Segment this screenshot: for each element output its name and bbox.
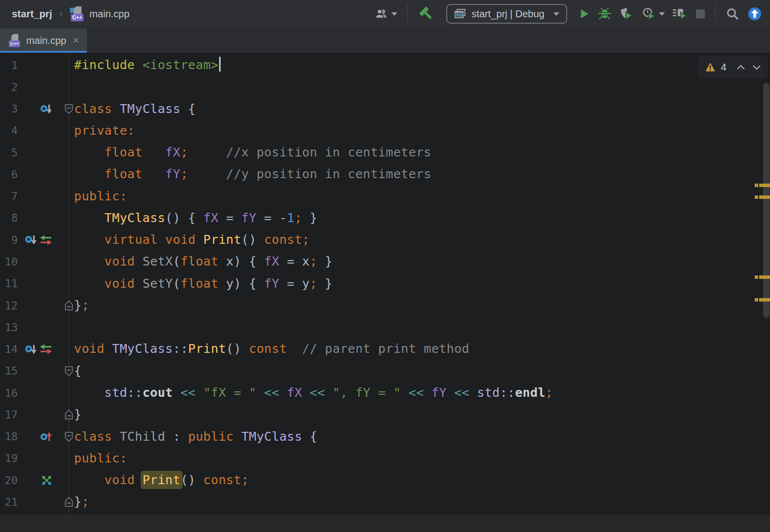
- code-line[interactable]: 10 void SetX(float x) { fX = x; }: [0, 251, 770, 272]
- code-line[interactable]: 8 TMyClass() { fX = fY = -1; }: [0, 207, 770, 229]
- line-number[interactable]: 3: [0, 103, 18, 115]
- line-number[interactable]: 15: [0, 365, 18, 377]
- code-text[interactable]: class TChild : public TMyClass {: [74, 426, 317, 448]
- code-line[interactable]: 6 float fY; //y position in centimeters: [0, 163, 770, 185]
- profiler-button[interactable]: [638, 4, 669, 24]
- code-line[interactable]: 9 virtual void Print() const;: [0, 229, 770, 251]
- overridden-method-icon[interactable]: [25, 344, 37, 355]
- code-line[interactable]: 20 void Print() const;: [0, 469, 770, 491]
- overriding-method-icon[interactable]: [40, 431, 52, 442]
- code-line[interactable]: 5 float fX; //x position in centimeters: [0, 142, 770, 163]
- search-everywhere-button[interactable]: [722, 4, 743, 24]
- line-number[interactable]: 9: [0, 234, 18, 246]
- users-button[interactable]: [371, 4, 401, 24]
- breadcrumb-project[interactable]: start_prj: [12, 8, 52, 20]
- line-number[interactable]: 11: [0, 277, 18, 290]
- next-warning-icon[interactable]: [752, 65, 761, 70]
- line-number[interactable]: 21: [0, 496, 18, 508]
- toolbar-separator: [715, 5, 716, 23]
- code-text[interactable]: public:: [74, 448, 127, 469]
- code-line[interactable]: 4private:: [0, 120, 770, 142]
- code-text[interactable]: {: [74, 360, 81, 382]
- inspections-widget[interactable]: 4: [698, 56, 768, 78]
- code-line[interactable]: 12};: [0, 295, 770, 316]
- line-number[interactable]: 20: [0, 474, 18, 487]
- code-line[interactable]: 3class TMyClass {: [0, 98, 770, 120]
- overridden-method-icon[interactable]: [40, 104, 52, 114]
- scrollbar-thumb[interactable]: [763, 83, 770, 318]
- code-line[interactable]: 2: [0, 76, 770, 98]
- code-line[interactable]: 21};: [0, 491, 770, 513]
- line-number[interactable]: 19: [0, 452, 18, 464]
- code-text[interactable]: };: [74, 491, 89, 513]
- code-line[interactable]: 11 void SetY(float y) { fY = y; }: [0, 273, 770, 295]
- code-line[interactable]: 14void TMyClass::Print() const // parent…: [0, 338, 770, 360]
- code-text[interactable]: void TMyClass::Print() const // parent p…: [74, 338, 469, 360]
- declaration-definition-nav-icon[interactable]: [39, 235, 52, 245]
- code-text[interactable]: void Print() const;: [74, 469, 249, 491]
- code-text[interactable]: void SetY(float y) { fY = y; }: [74, 273, 333, 295]
- code-text[interactable]: TMyClass() { fX = fY = -1; }: [74, 207, 317, 229]
- run-button[interactable]: [574, 4, 594, 24]
- fold-column: [54, 229, 74, 251]
- code-text[interactable]: void SetX(float x) { fX = x; }: [74, 251, 333, 272]
- override-navigate-cross-icon[interactable]: [41, 475, 52, 486]
- code-line[interactable]: 1#include <iostream>: [0, 54, 770, 76]
- warning-stripe-mark[interactable]: [759, 275, 770, 279]
- code-text[interactable]: class TMyClass {: [74, 98, 195, 120]
- line-number[interactable]: 1: [0, 59, 18, 72]
- fold-end-marker[interactable]: [65, 301, 73, 311]
- tab-main-cpp[interactable]: C++ main.cpp ×: [0, 28, 87, 53]
- code-line[interactable]: 19public:: [0, 448, 770, 469]
- fold-start-marker[interactable]: [65, 431, 73, 442]
- code-text[interactable]: private:: [74, 120, 135, 142]
- warning-stripe-mark[interactable]: [759, 298, 770, 302]
- code-line[interactable]: 17}: [0, 404, 770, 425]
- attach-to-process-button[interactable]: [669, 4, 692, 24]
- build-button[interactable]: [414, 4, 439, 24]
- warning-stripe-mark[interactable]: [759, 195, 770, 199]
- run-with-coverage-button[interactable]: [616, 4, 638, 24]
- code-text[interactable]: }: [74, 404, 81, 425]
- fold-end-marker[interactable]: [65, 497, 73, 507]
- code-editor[interactable]: 1#include <iostream>23class TMyClass {4p…: [0, 53, 770, 514]
- line-number[interactable]: 16: [0, 387, 18, 399]
- declaration-definition-nav-icon[interactable]: [39, 344, 52, 354]
- line-number[interactable]: 2: [0, 81, 18, 93]
- debug-button[interactable]: [594, 4, 616, 24]
- previous-warning-icon[interactable]: [736, 65, 745, 70]
- line-number[interactable]: 10: [0, 256, 18, 268]
- code-line[interactable]: 16 std::cout << "fX = " << fX << ", fY =…: [0, 382, 770, 404]
- code-text[interactable]: float fY; //y position in centimeters: [74, 163, 431, 185]
- code-text[interactable]: std::cout << "fX = " << fX << ", fY = " …: [74, 382, 553, 404]
- line-number[interactable]: 18: [0, 430, 18, 443]
- line-number[interactable]: 5: [0, 147, 18, 159]
- line-number[interactable]: 8: [0, 212, 18, 224]
- line-number[interactable]: 13: [0, 321, 18, 334]
- line-number[interactable]: 12: [0, 300, 18, 312]
- fold-end-marker[interactable]: [65, 410, 73, 420]
- run-configuration-select[interactable]: start_prj | Debug: [446, 4, 568, 24]
- fold-start-marker[interactable]: [65, 366, 73, 376]
- code-line[interactable]: 15{: [0, 360, 770, 382]
- code-line[interactable]: 13: [0, 316, 770, 338]
- update-available-button[interactable]: [743, 4, 766, 24]
- fold-start-marker[interactable]: [65, 104, 73, 114]
- line-number[interactable]: 7: [0, 190, 18, 202]
- code-text[interactable]: virtual void Print() const;: [74, 229, 310, 251]
- stop-button[interactable]: [692, 4, 709, 24]
- code-line[interactable]: 18class TChild : public TMyClass {: [0, 426, 770, 448]
- close-icon[interactable]: ×: [73, 35, 79, 46]
- code-text[interactable]: float fX; //x position in centimeters: [74, 142, 431, 163]
- line-number[interactable]: 17: [0, 409, 18, 421]
- code-text[interactable]: #include <iostream>: [74, 54, 221, 76]
- breadcrumb-file[interactable]: main.cpp: [89, 8, 129, 20]
- code-text[interactable]: public:: [74, 186, 127, 207]
- line-number[interactable]: 14: [0, 343, 18, 355]
- line-number[interactable]: 6: [0, 168, 18, 181]
- line-number[interactable]: 4: [0, 124, 18, 137]
- overridden-method-icon[interactable]: [25, 234, 37, 245]
- warning-stripe-mark[interactable]: [759, 184, 770, 187]
- code-text[interactable]: };: [74, 295, 89, 316]
- code-line[interactable]: 7public:: [0, 186, 770, 207]
